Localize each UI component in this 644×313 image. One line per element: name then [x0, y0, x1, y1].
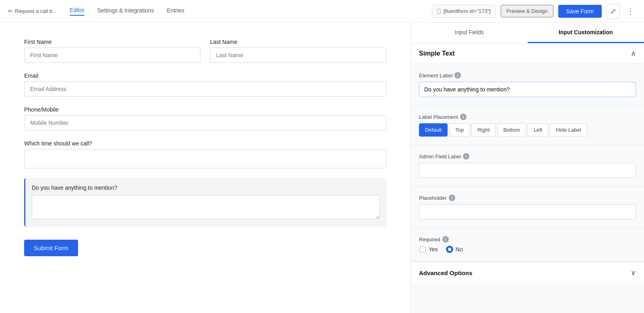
element-label-info-icon[interactable]: i [454, 72, 461, 79]
save-form-button[interactable]: Save Form [558, 5, 602, 18]
main-layout: First Name Last Name Email Phone/Mobile … [0, 23, 644, 313]
edit-icon: ✏ [8, 8, 12, 14]
placement-options: Default Top Right Bottom Left Hide Label [419, 123, 636, 137]
placeholder-heading: Placeholder i [419, 195, 636, 201]
tab-settings[interactable]: Settings & Integrations [97, 7, 154, 15]
email-input[interactable] [24, 81, 386, 97]
first-name-group: First Name [24, 39, 200, 63]
required-radio-group: Yes No [419, 246, 636, 253]
first-name-label: First Name [24, 39, 200, 45]
placement-left[interactable]: Left [528, 123, 549, 137]
selected-field-group: Do you have anything to mention? [24, 178, 386, 227]
required-heading: Required i [419, 236, 636, 243]
call-time-input[interactable] [24, 149, 386, 168]
breadcrumb[interactable]: ✏ Request a call b... [8, 8, 57, 14]
top-nav: ✏ Request a call b... Editor Settings & … [0, 0, 644, 23]
element-label-heading: Element Label i [419, 72, 636, 79]
placement-default[interactable]: Default [419, 123, 448, 137]
placement-right[interactable]: Right [471, 123, 495, 137]
label-placement-heading: Label Placement i [419, 114, 636, 120]
label-placement-info-icon[interactable]: i [460, 114, 466, 120]
placement-hide-label[interactable]: Hide Label [550, 123, 587, 137]
form-area: First Name Last Name Email Phone/Mobile … [0, 23, 411, 313]
required-no-option[interactable]: No [446, 246, 463, 253]
first-name-input[interactable] [24, 48, 200, 63]
nav-left: ✏ Request a call b... Editor Settings & … [8, 7, 184, 16]
required-group: Required i Yes No [411, 228, 644, 261]
required-yes-label: Yes [429, 246, 438, 253]
element-label-input[interactable] [419, 82, 636, 97]
placeholder-input[interactable] [419, 204, 636, 220]
admin-field-label-group: Admin Field Label i [411, 145, 644, 187]
email-group: Email [24, 73, 386, 97]
shortcode-text: [fluentform id="173"] [444, 8, 491, 14]
advanced-chevron-icon: ∨ [631, 268, 636, 277]
preview-design-button[interactable]: Preview & Design [501, 5, 553, 17]
required-no-label: No [456, 246, 463, 253]
required-info-icon[interactable]: i [442, 236, 449, 243]
simple-text-section[interactable]: Simple Text ∧ [411, 44, 644, 64]
shortcode-button[interactable]: ⌷ [fluentform id="173"] [432, 5, 496, 18]
required-yes-radio[interactable] [419, 246, 426, 253]
shortcode-icon: ⌷ [437, 8, 441, 15]
email-label: Email [24, 73, 386, 79]
required-no-radio[interactable] [446, 246, 453, 253]
call-time-group: Which time should we call? [24, 140, 386, 168]
admin-field-label-heading: Admin Field Label i [419, 153, 636, 160]
submit-button[interactable]: Submit Form [24, 240, 78, 256]
admin-field-label-info-icon[interactable]: i [463, 153, 469, 160]
fullscreen-button[interactable]: ⤢ [607, 4, 620, 19]
placement-bottom[interactable]: Bottom [497, 123, 526, 137]
last-name-group: Last Name [210, 39, 386, 63]
tab-entries[interactable]: Entries [167, 7, 185, 15]
placeholder-info-icon[interactable]: i [449, 195, 455, 201]
call-time-label: Which time should we call? [24, 140, 386, 147]
tab-editor[interactable]: Editor [70, 7, 85, 16]
advanced-header[interactable]: Advanced Options ∨ [411, 262, 644, 284]
advanced-title: Advanced Options [419, 269, 473, 276]
breadcrumb-text: Request a call b... [15, 8, 57, 14]
element-label-group: Element Label i [411, 64, 644, 106]
required-yes-option[interactable]: Yes [419, 246, 438, 253]
right-panel: Input Fields Input Customization Simple … [411, 23, 644, 313]
panel-tabs: Input Fields Input Customization [411, 23, 644, 44]
phone-group: Phone/Mobile [24, 106, 386, 131]
mention-label: Do you have anything to mention? [32, 184, 380, 191]
more-options-button[interactable]: ⋮ [625, 5, 636, 18]
tab-input-customization[interactable]: Input Customization [528, 23, 644, 43]
phone-input[interactable] [24, 115, 386, 131]
placement-top[interactable]: Top [449, 123, 470, 137]
collapse-icon: ∧ [631, 49, 636, 58]
name-row: First Name Last Name [24, 39, 386, 63]
placeholder-group: Placeholder i [411, 187, 644, 228]
advanced-section: Advanced Options ∨ [411, 261, 644, 284]
admin-field-label-input[interactable] [419, 163, 636, 178]
nav-right: ⌷ [fluentform id="173"] Preview & Design… [432, 4, 636, 19]
label-placement-group: Label Placement i Default Top Right Bott… [411, 106, 644, 145]
simple-text-title: Simple Text [419, 50, 455, 57]
mention-textarea[interactable] [32, 195, 380, 219]
last-name-label: Last Name [210, 39, 386, 45]
last-name-input[interactable] [210, 48, 386, 63]
tab-input-fields[interactable]: Input Fields [411, 23, 528, 43]
phone-label: Phone/Mobile [24, 106, 386, 113]
